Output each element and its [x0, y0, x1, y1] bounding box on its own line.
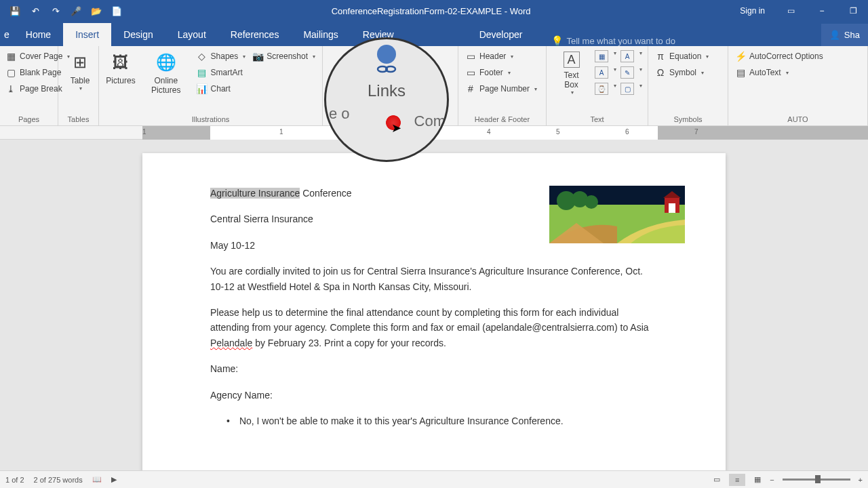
document-area[interactable]: Agriculture Insurance Conference Central… [0, 140, 868, 479]
wordart-icon[interactable]: A [620, 50, 634, 62]
zoom-slider[interactable] [783, 479, 850, 481]
group-pages-label: Pages [5, 113, 52, 125]
autotext-icon: ▤ [735, 67, 746, 78]
group-symbols-label: Symbols [654, 113, 722, 125]
quick-parts-icon[interactable]: ▦ [595, 50, 608, 62]
header-icon: ▭ [465, 51, 476, 62]
tab-insert[interactable]: Insert [63, 23, 111, 46]
read-mode-button[interactable]: ▭ [709, 474, 725, 486]
spellcheck-word[interactable]: Pelandale [210, 338, 252, 348]
mic-icon[interactable]: 🎤 [71, 5, 81, 16]
new-doc-icon[interactable]: 📄 [111, 5, 122, 16]
tab-home[interactable]: Home [14, 23, 63, 46]
equation-button[interactable]: πEquation▾ [654, 49, 710, 64]
shapes-icon: ◇ [197, 51, 208, 62]
redo-icon[interactable]: ↷ [50, 5, 61, 16]
autocorrect-button[interactable]: ⚡AutoCorrect Options [734, 49, 825, 64]
group-text-label: Text [552, 113, 642, 125]
screenshot-icon: 📷 [252, 51, 263, 62]
tell-me-search[interactable]: 💡Tell me what you want to do [535, 35, 675, 46]
shapes-button[interactable]: ◇Shapes▾ [195, 49, 248, 64]
page-count[interactable]: 1 of 2 [5, 476, 24, 484]
equation-icon: π [655, 51, 666, 62]
screenshot-button[interactable]: 📷Screenshot▾ [251, 49, 317, 64]
tab-references[interactable]: References [218, 23, 292, 46]
page-number-icon: # [465, 83, 476, 94]
restore-icon[interactable]: ❐ [848, 5, 859, 16]
cover-page-icon: ▦ [5, 51, 16, 62]
macro-status-icon[interactable]: ▶ [111, 475, 117, 484]
page-break-icon: ⤓ [5, 83, 16, 94]
header-button[interactable]: ▭Header▾ [464, 49, 538, 64]
chart-button[interactable]: 📊Chart [195, 81, 248, 96]
doc-agency-field[interactable]: Agency Name: [210, 388, 658, 403]
tab-layout[interactable]: Layout [165, 23, 218, 46]
pictures-icon: 🖼 [110, 52, 132, 73]
text-box-button[interactable]: AText Box▾ [552, 49, 591, 98]
doc-paragraph-1[interactable]: You are cordially invited to join us for… [210, 264, 658, 294]
signature-icon[interactable]: ✎ [620, 66, 634, 79]
zoom-out-button[interactable]: − [770, 476, 774, 484]
links-button-magnified[interactable]: Links [368, 81, 406, 100]
autotext-button[interactable]: ▤AutoText▾ [734, 65, 825, 80]
group-illustrations-label: Illustrations [104, 113, 317, 125]
quick-access-toolbar: 💾 ↶ ↷ 🎤 📂 📄 [0, 5, 122, 16]
minimize-icon[interactable]: − [816, 5, 827, 16]
ribbon-tabs: e Home Insert Design Layout References M… [0, 22, 868, 46]
autocorrect-icon: ⚡ [735, 51, 746, 62]
chevron-down-icon: ▾ [313, 54, 315, 60]
open-icon[interactable]: 📂 [91, 5, 102, 16]
doc-name-field[interactable]: Name: [210, 361, 658, 376]
doc-paragraph-2[interactable]: Please help us to determine the final at… [210, 305, 658, 350]
web-layout-button[interactable]: ▦ [749, 474, 766, 486]
zoom-thumb[interactable] [815, 475, 821, 483]
spellcheck-status-icon[interactable]: 📖 [92, 475, 102, 484]
sign-in-link[interactable]: Sign in [740, 6, 765, 16]
tab-file[interactable]: e [0, 23, 14, 46]
text-box-icon: A [564, 52, 580, 68]
smartart-icon: ▤ [197, 67, 208, 78]
table-icon: ⊞ [69, 52, 91, 73]
tab-mailings[interactable]: Mailings [291, 23, 350, 46]
share-button[interactable]: 👤Sha [821, 24, 868, 46]
date-time-icon[interactable]: ⌚ [595, 83, 608, 95]
save-icon[interactable]: 💾 [9, 5, 20, 16]
globe-icon [377, 45, 396, 64]
ribbon-options-icon[interactable]: ▭ [785, 5, 796, 16]
undo-icon[interactable]: ↶ [30, 5, 41, 16]
chevron-down-icon: ▾ [786, 70, 789, 76]
drop-cap-icon[interactable]: A [595, 66, 608, 79]
blank-page-icon: ▢ [5, 67, 16, 78]
cursor-icon: ➤ [391, 121, 401, 136]
page-number-button[interactable]: #Page Number▾ [464, 81, 538, 96]
object-icon[interactable]: ▢ [620, 83, 634, 95]
magnifier-overlay: Links e o Com ➤ [324, 37, 449, 162]
footer-button[interactable]: ▭Footer▾ [464, 65, 538, 80]
print-layout-button[interactable]: ≡ [729, 474, 745, 486]
smartart-button[interactable]: ▤SmartArt [195, 65, 248, 80]
svg-rect-7 [669, 203, 675, 213]
person-icon: 👤 [829, 30, 840, 40]
chevron-down-icon: ▾ [706, 54, 709, 60]
table-button[interactable]: ⊞Table▾ [64, 49, 96, 94]
symbol-icon: Ω [655, 67, 666, 78]
online-pictures-icon: 🌐 [155, 52, 177, 73]
page[interactable]: Agriculture Insurance Conference Central… [142, 153, 726, 479]
tab-design[interactable]: Design [111, 23, 165, 46]
chevron-down-icon: ▾ [571, 89, 574, 96]
online-pictures-button[interactable]: 🌐Online Pictures [141, 49, 191, 98]
word-count[interactable]: 2 of 275 words [34, 476, 83, 484]
footer-icon: ▭ [465, 67, 476, 78]
selected-text[interactable]: Agriculture Insurance [210, 188, 300, 199]
farm-clipart [549, 186, 685, 243]
pictures-button[interactable]: 🖼Pictures [104, 49, 137, 88]
zoom-in-button[interactable]: + [859, 476, 863, 484]
symbol-button[interactable]: ΩSymbol▾ [654, 65, 710, 80]
tab-developer[interactable]: Developer [467, 23, 535, 46]
chevron-down-icon: ▾ [511, 54, 513, 60]
chevron-down-icon: ▾ [701, 70, 704, 76]
chevron-down-icon: ▾ [508, 70, 511, 76]
doc-bullet-1[interactable]: No, I won't be able to make it to this y… [226, 413, 658, 428]
group-headerfooter-label: Header & Footer [464, 113, 540, 125]
bulb-icon: 💡 [551, 35, 563, 46]
